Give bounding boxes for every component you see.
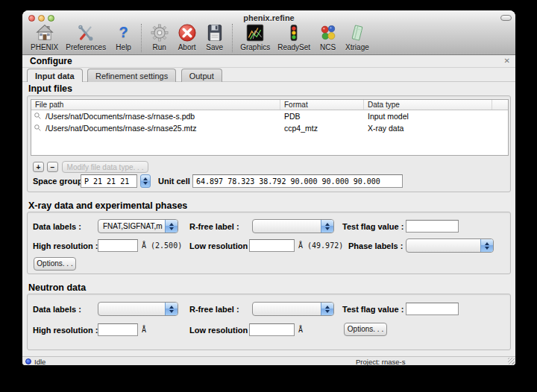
space-group-label: Space group : [33, 177, 87, 186]
window-chrome: phenix.refine PHENIX [22, 10, 515, 55]
readyset-traffic-light-icon [284, 22, 304, 42]
combo-stepper-icon [165, 303, 178, 315]
space-group-stepper[interactable] [140, 174, 151, 188]
toolbar: PHENIX Preferences ? Help [27, 22, 514, 55]
xray-test-flag-field[interactable] [406, 220, 459, 233]
space-group-field[interactable]: P 21 21 21 [81, 174, 137, 188]
column-header-filler [492, 100, 508, 110]
toolbar-button-help[interactable]: ? Help [110, 22, 137, 51]
toolbar-separator [141, 24, 142, 52]
toolbar-label: Save [206, 43, 223, 51]
table-row[interactable]: /Users/nat/Documents/rnase-s/rnase25.mtz… [31, 122, 508, 134]
save-icon [204, 22, 224, 42]
xray-test-flag-label: Test flag value : [342, 222, 403, 231]
xray-data-labels-label: Data labels : [33, 222, 81, 231]
neutron-test-flag-field[interactable] [406, 303, 459, 315]
magnifier-icon [31, 112, 42, 121]
neutron-high-res-field[interactable] [98, 323, 138, 336]
magnifier-icon [31, 124, 42, 133]
combo-stepper-icon [480, 239, 493, 252]
tab-output[interactable]: Output [181, 69, 222, 82]
neutron-low-res-label: Low resolution : [189, 326, 253, 335]
toolbar-label: PHENIX [31, 43, 58, 51]
toolbar-button-abort[interactable]: Abort [173, 22, 201, 51]
xray-options-button[interactable]: Options. . . [34, 257, 76, 271]
neutron-high-res-hint: Å [142, 326, 146, 334]
file-path-cell: /Users/nat/Documents/rnase-s/rnase25.mtz [42, 124, 280, 133]
input-files-table: File path Format Data type /Users/nat/Do… [31, 99, 509, 156]
abort-icon [177, 22, 197, 42]
xray-rfree-combo[interactable] [252, 219, 334, 233]
xray-low-res-field[interactable] [249, 239, 295, 252]
add-file-button[interactable]: + [33, 162, 44, 172]
neutron-test-flag-label: Test flag value : [342, 305, 403, 314]
toolbar-label: Help [116, 43, 131, 51]
desktop-background: phenix.refine PHENIX [0, 0, 537, 392]
close-panel-icon[interactable]: ✕ [504, 57, 510, 65]
format-cell: PDB [280, 112, 364, 121]
toolbar-button-save[interactable]: Save [201, 22, 228, 51]
toolbar-separator [232, 24, 233, 52]
neutron-low-res-hint: Å [298, 326, 303, 334]
toolbar-toggle-button[interactable] [500, 15, 512, 21]
phenix-home-icon [34, 22, 54, 42]
xray-data-labels-combo[interactable]: FNAT,SIGFNAT,me... [98, 219, 178, 233]
xray-rfree-label: R-free label : [189, 222, 239, 231]
toolbar-button-run[interactable]: Run [145, 22, 173, 51]
ncs-icon [318, 22, 338, 42]
window-title: phenix.refine [22, 13, 515, 22]
neutron-high-res-label: High resolution : [33, 326, 98, 335]
tab-refinement-settings[interactable]: Refinement settings [87, 69, 176, 82]
xray-high-res-field[interactable] [98, 239, 138, 252]
unit-cell-field[interactable]: 64.897 78.323 38.792 90.000 90.000 90.00… [192, 174, 403, 188]
project-label: Project: rnase-s [356, 358, 406, 365]
column-header-data-type[interactable]: Data type [364, 100, 492, 110]
xtriage-icon [347, 22, 367, 42]
status-indicator-icon [25, 358, 31, 364]
xray-groupbox: Data labels : FNAT,SIGFNAT,me... R-free … [27, 212, 511, 274]
toolbar-button-xtriage[interactable]: Xtriage [342, 22, 373, 51]
neutron-options-button[interactable]: Options. . . [344, 323, 387, 336]
toolbar-button-phenix[interactable]: PHENIX [27, 22, 62, 51]
toolbar-label: Preferences [66, 43, 106, 51]
toolbar-button-graphics[interactable]: Graphics [236, 22, 274, 51]
toolbar-button-readyset[interactable]: ReadySet [274, 22, 314, 51]
phenix-refine-window: phenix.refine PHENIX [22, 10, 515, 365]
column-header-file-path[interactable]: File path [31, 100, 280, 110]
toolbar-label: Run [152, 43, 166, 51]
xray-phase-labels-label: Phase labels : [348, 241, 403, 250]
column-header-format[interactable]: Format [280, 100, 364, 110]
xray-low-res-hint: Å (49.972) [298, 241, 343, 250]
stepper-up-icon [143, 177, 148, 180]
neutron-rfree-label: R-free label : [189, 305, 239, 314]
neutron-data-labels-label: Data labels : [33, 305, 81, 314]
neutron-low-res-field[interactable] [249, 323, 295, 336]
resize-grip[interactable] [508, 358, 515, 364]
toolbar-button-preferences[interactable]: Preferences [62, 22, 110, 51]
help-icon: ? [113, 22, 134, 42]
table-row[interactable]: /Users/nat/Documents/rnase-s/rnase-s.pdb… [31, 110, 508, 122]
xray-low-res-label: Low resolution : [189, 241, 253, 250]
configure-title: Configure [30, 56, 72, 66]
toolbar-button-ncs[interactable]: NCS [314, 22, 342, 51]
xray-high-res-label: High resolution : [33, 241, 98, 250]
data-type-cell: Input model [364, 112, 492, 121]
xray-phase-labels-combo[interactable] [406, 238, 494, 253]
input-files-groupbox: File path Format Data type /Users/nat/Do… [27, 95, 511, 192]
tab-input-data[interactable]: Input data [27, 69, 83, 82]
combo-value: FNAT,SIGFNAT,me... [103, 222, 163, 230]
neutron-rfree-combo[interactable] [252, 302, 334, 316]
neutron-data-labels-combo[interactable] [98, 302, 178, 316]
stepper-down-icon [143, 182, 148, 185]
toolbar-label: Graphics [240, 43, 270, 51]
neutron-section-title: Neutron data [28, 282, 86, 293]
modify-file-data-type-button[interactable]: Modify file data type. . . [62, 161, 148, 173]
preferences-tools-icon [76, 22, 96, 42]
file-path-cell: /Users/nat/Documents/rnase-s/rnase-s.pdb [42, 112, 280, 121]
xray-section-title: X-ray data and experimental phases [28, 200, 187, 211]
remove-file-button[interactable]: − [47, 162, 58, 172]
status-bar: Idle Project: rnase-s [22, 356, 515, 365]
format-cell: ccp4_mtz [280, 124, 364, 133]
input-files-section-title: Input files [28, 83, 72, 94]
combo-stepper-icon [321, 303, 333, 315]
